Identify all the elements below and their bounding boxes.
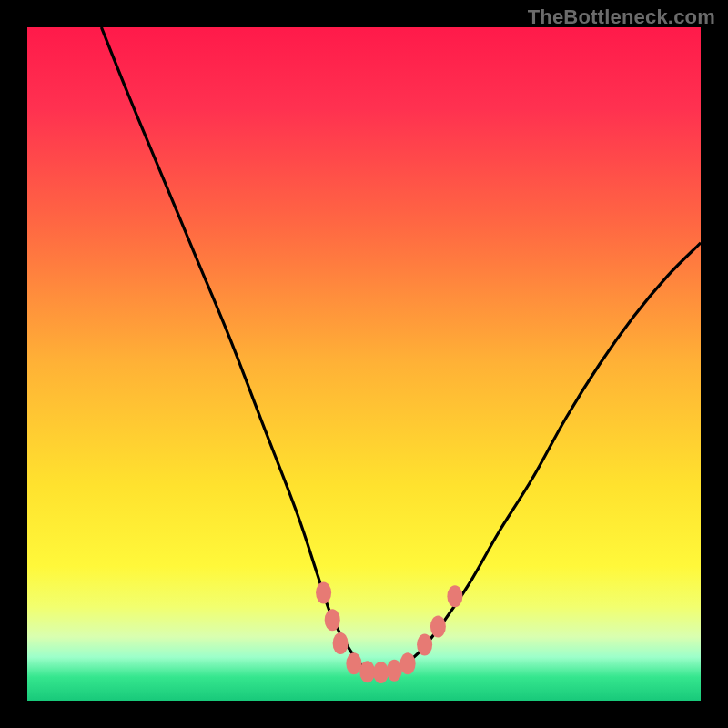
highlight-dot (346, 652, 361, 674)
bottleneck-curve (101, 27, 701, 675)
highlight-dot (325, 609, 340, 631)
highlight-dot (316, 582, 331, 604)
plot-area (27, 27, 701, 701)
highlight-dot (417, 634, 432, 656)
curve-layer (27, 27, 701, 701)
highlight-dot (430, 616, 446, 638)
highlight-dot (447, 585, 462, 607)
highlight-dot (387, 660, 402, 682)
highlight-dot (359, 661, 375, 682)
highlight-dot (333, 632, 349, 654)
highlight-dot (373, 662, 389, 683)
chart-frame: TheBottleneck.com (0, 0, 728, 728)
highlight-dots (316, 582, 462, 683)
watermark-text: TheBottleneck.com (528, 5, 715, 29)
highlight-dot (400, 652, 416, 674)
